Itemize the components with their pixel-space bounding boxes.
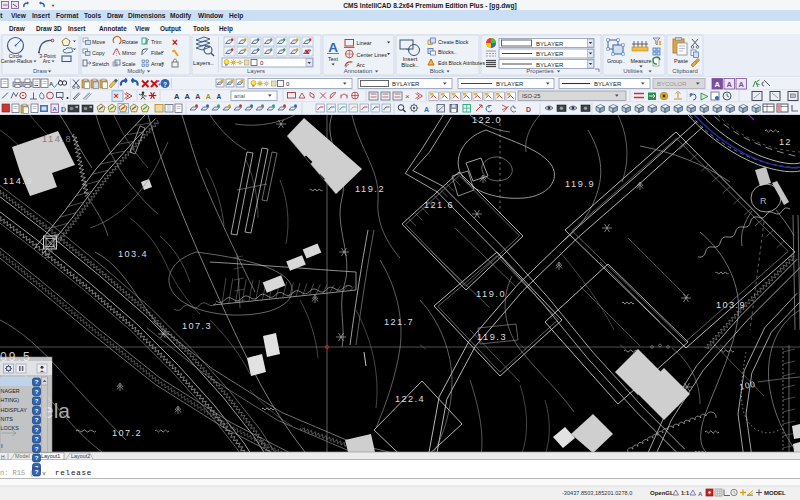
svg-text:Clipboard: Clipboard xyxy=(672,68,698,74)
svg-text:BYCOLOR: BYCOLOR xyxy=(657,81,687,87)
svg-text:Help: Help xyxy=(229,12,243,20)
svg-text:Insert: Insert xyxy=(68,25,86,32)
svg-text:v: v xyxy=(43,470,46,476)
svg-text:?: ? xyxy=(35,389,39,395)
svg-text:Draw: Draw xyxy=(33,68,48,74)
svg-text:?: ? xyxy=(35,469,39,475)
svg-text:D: D xyxy=(526,106,531,113)
svg-text:Edit Block Attributes: Edit Block Attributes xyxy=(438,60,485,66)
svg-text:▼: ▼ xyxy=(51,3,55,8)
svg-text:arial: arial xyxy=(234,93,245,99)
svg-text:A: A xyxy=(714,80,720,89)
svg-text:?: ? xyxy=(35,408,39,414)
svg-text:Scale: Scale xyxy=(122,61,136,67)
svg-text:Create Block: Create Block xyxy=(438,39,469,45)
svg-text:Model: Model xyxy=(15,453,30,459)
svg-text:Center-Radius: Center-Radius xyxy=(1,59,33,64)
svg-text:?: ? xyxy=(35,455,39,461)
svg-text:122.4: 122.4 xyxy=(395,394,424,404)
svg-text:A: A xyxy=(185,92,191,101)
svg-text:Fillet: Fillet xyxy=(151,50,163,56)
svg-text:BYLAYER: BYLAYER xyxy=(536,51,564,57)
svg-text:121.7: 121.7 xyxy=(384,317,413,327)
svg-text:Insert: Insert xyxy=(32,12,51,19)
svg-text:LOCKS: LOCKS xyxy=(1,425,20,431)
svg-text:Mirror: Mirror xyxy=(122,50,136,56)
svg-text:Group..: Group.. xyxy=(607,58,625,64)
svg-text:R: R xyxy=(760,196,767,206)
svg-text:Move: Move xyxy=(92,39,105,45)
svg-text:103.9: 103.9 xyxy=(716,300,745,310)
svg-text:BYLAYER: BYLAYER xyxy=(496,81,524,87)
svg-text:HDISPLAY: HDISPLAY xyxy=(1,407,28,413)
svg-text:Layout1: Layout1 xyxy=(41,453,60,459)
svg-text:ISO-25: ISO-25 xyxy=(522,93,540,99)
svg-text:Layers: Layers xyxy=(247,68,265,74)
svg-text:BYLAYER: BYLAYER xyxy=(536,41,564,47)
svg-text:122.0: 122.0 xyxy=(472,115,501,125)
svg-text:HTING): HTING) xyxy=(1,397,20,403)
svg-text:BYLAYER: BYLAYER xyxy=(392,81,420,87)
svg-text:Center Lines: Center Lines xyxy=(357,52,388,58)
svg-text:107.2: 107.2 xyxy=(112,428,141,438)
svg-text:BYLAYER: BYLAYER xyxy=(594,81,622,87)
svg-text:A: A xyxy=(174,92,180,101)
svg-text:NITS: NITS xyxy=(1,416,14,422)
svg-text:Output: Output xyxy=(160,25,182,33)
svg-text:121.6: 121.6 xyxy=(424,200,453,210)
svg-text:Format: Format xyxy=(56,12,79,19)
svg-text:Draw 3D: Draw 3D xyxy=(36,25,62,32)
svg-text:OpenGL: OpenGL xyxy=(650,490,674,496)
svg-text:103.4: 103.4 xyxy=(118,249,147,259)
svg-text:Blocks..: Blocks.. xyxy=(438,49,457,55)
svg-text:Modify: Modify xyxy=(170,12,192,20)
svg-text:CMS IntelliCAD 8.2x64 Premium: CMS IntelliCAD 8.2x64 Premium Edition Pl… xyxy=(343,2,516,10)
svg-text:?: ? xyxy=(35,379,39,385)
svg-text:A: A xyxy=(726,80,732,89)
svg-text:119.9: 119.9 xyxy=(565,179,594,189)
svg-text:Text: Text xyxy=(328,56,338,62)
svg-text:A: A xyxy=(424,106,429,113)
svg-text:Rotate: Rotate xyxy=(122,39,138,45)
svg-text:release: release xyxy=(55,469,92,477)
svg-text:119.0: 119.0 xyxy=(476,289,505,299)
svg-text:n: R15 (: n: R15 ( xyxy=(0,469,34,477)
svg-text:Draw: Draw xyxy=(9,25,25,32)
svg-text:A: A xyxy=(53,106,58,112)
svg-text:Help: Help xyxy=(219,25,233,33)
svg-text:?: ? xyxy=(35,417,39,423)
svg-text:?: ? xyxy=(35,446,39,452)
svg-text:?: ? xyxy=(163,81,167,88)
svg-text:A: A xyxy=(328,40,338,55)
svg-text:A: A xyxy=(195,93,200,100)
svg-text:Arc: Arc xyxy=(43,59,51,64)
svg-text:D: D xyxy=(61,106,66,113)
svg-text:Insert: Insert xyxy=(403,56,418,62)
svg-text:Paste: Paste xyxy=(674,58,688,64)
svg-text:Modify: Modify xyxy=(127,68,145,74)
svg-text:Tools: Tools xyxy=(193,25,210,32)
svg-text:1:1: 1:1 xyxy=(681,490,689,496)
svg-text:H: H xyxy=(1,454,5,460)
svg-text:Tools: Tools xyxy=(84,12,101,19)
svg-text:Copy: Copy xyxy=(92,50,105,56)
svg-text:Annotate: Annotate xyxy=(99,25,127,32)
svg-text:A: A xyxy=(738,80,744,89)
svg-text:?: ? xyxy=(35,398,39,404)
svg-text:MODEL: MODEL xyxy=(764,490,786,496)
svg-text:View: View xyxy=(11,12,27,19)
svg-text:×: × xyxy=(405,92,410,101)
svg-text:12: 12 xyxy=(779,137,790,147)
svg-text:×: × xyxy=(305,47,310,57)
svg-text:×: × xyxy=(172,37,178,48)
svg-text:Window: Window xyxy=(198,12,224,19)
svg-text:Dimensions: Dimensions xyxy=(128,12,166,19)
svg-text:Arc: Arc xyxy=(357,62,365,68)
svg-text:114.9: 114.9 xyxy=(3,176,32,186)
svg-text:119.2: 119.2 xyxy=(355,184,384,194)
svg-text:-30437.8503,185201.0278,0: -30437.8503,185201.0278,0 xyxy=(562,490,632,496)
svg-text:Properties: Properties xyxy=(526,68,553,74)
svg-text:View: View xyxy=(135,25,149,32)
svg-text:Block..: Block.. xyxy=(401,62,419,68)
svg-text:Measure: Measure xyxy=(631,58,652,64)
